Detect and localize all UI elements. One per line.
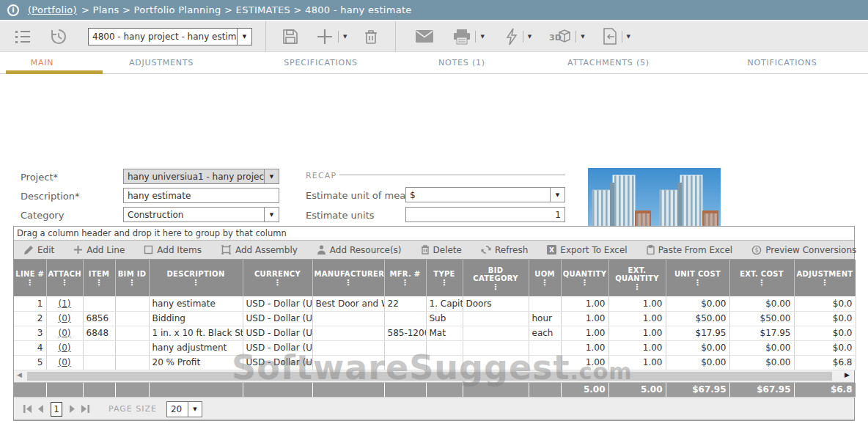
page-size-select[interactable]: 20 ▼ — [166, 401, 202, 417]
chevron-down-icon[interactable]: ▼ — [264, 169, 279, 183]
scroll-left-icon[interactable]: ◀ — [17, 371, 22, 378]
column-menu-icon[interactable]: ⋮ — [15, 280, 45, 286]
refresh-button[interactable]: Refresh — [471, 241, 537, 259]
export-to-excel-button[interactable]: XExport To Excel — [537, 241, 636, 259]
column-menu-icon[interactable]: ⋮ — [428, 280, 461, 286]
table-row[interactable]: 4(0)hany adjustmentUSD - Dollar (U1.001.… — [14, 340, 856, 355]
column-menu-icon[interactable]: ⋮ — [386, 280, 424, 286]
table-row[interactable]: 3(0)68481 in. x 10 ft. Black SteelUSD - … — [14, 326, 856, 340]
print-icon[interactable] — [453, 29, 471, 45]
chevron-down-icon[interactable]: ▼ — [581, 34, 584, 40]
group-by-bar[interactable]: Drag a column header and drop it here to… — [14, 227, 854, 241]
column-header-line[interactable]: LINE #⋮ — [14, 260, 46, 296]
chevron-down-icon[interactable]: ▼ — [264, 208, 279, 222]
lightning-icon[interactable] — [505, 28, 518, 45]
column-header-bid-category[interactable]: BID CATEGORY⋮ — [463, 260, 529, 296]
column-menu-icon[interactable]: ⋮ — [531, 280, 559, 286]
last-page-icon[interactable] — [80, 404, 90, 414]
scrollbar-thumb[interactable] — [27, 372, 832, 381]
chevron-down-icon[interactable]: ▼ — [528, 34, 532, 40]
column-menu-icon[interactable]: ⋮ — [117, 280, 147, 286]
tab-attachments-5[interactable]: ATTACHMENTS (5) — [521, 52, 696, 73]
breadcrumb-portfolio-link[interactable]: (Portfolio) — [28, 4, 77, 15]
column-header-type[interactable]: TYPE⋮ — [426, 260, 463, 296]
chevron-down-icon[interactable]: ▼ — [627, 34, 630, 40]
estimate-units-field[interactable] — [405, 207, 565, 222]
chevron-down-icon[interactable]: ▼ — [188, 402, 202, 417]
menu-list-icon[interactable] — [15, 29, 32, 45]
add-icon[interactable] — [316, 28, 334, 45]
column-header-ext-cost[interactable]: EXT. COST⋮ — [729, 260, 794, 296]
table-row[interactable]: 1(1)hany estimateUSD - Dollar (UBest Doo… — [14, 296, 856, 311]
attachments-link[interactable]: (0) — [46, 311, 83, 326]
attachments-link[interactable]: (0) — [46, 326, 83, 340]
add-line-button[interactable]: Add Line — [64, 241, 134, 259]
table-cell: $50.00 — [666, 311, 729, 326]
column-header-description[interactable]: DESCRIPTION⋮ — [149, 260, 243, 296]
attachments-link[interactable]: (1) — [46, 296, 83, 311]
column-menu-icon[interactable]: ⋮ — [611, 285, 664, 290]
scroll-right-icon[interactable]: ▶ — [845, 371, 850, 378]
tab-main[interactable]: MAIN — [0, 52, 84, 73]
column-menu-icon[interactable]: ⋮ — [245, 280, 311, 286]
horizontal-scrollbar[interactable]: ◀ ▶ — [14, 370, 854, 383]
column-header-item[interactable]: ITEM⋮ — [83, 260, 115, 296]
column-menu-icon[interactable]: ⋮ — [315, 280, 383, 286]
column-menu-icon[interactable]: ⋮ — [668, 280, 728, 286]
tab-specifications[interactable]: SPECIFICATIONS — [238, 52, 403, 73]
column-header-adjustment[interactable]: ADJUSTMENT⋮ — [794, 260, 856, 296]
prev-page-icon[interactable] — [37, 404, 45, 414]
next-page-icon[interactable] — [68, 404, 76, 414]
history-icon[interactable] — [50, 28, 67, 45]
export-icon[interactable] — [603, 28, 617, 45]
paste-from-excel-button[interactable]: Paste From Excel — [637, 241, 743, 259]
chevron-down-icon[interactable]: ▼ — [480, 34, 484, 40]
column-menu-icon[interactable]: ⋮ — [85, 280, 114, 286]
current-page[interactable]: 1 — [51, 402, 62, 417]
table-row[interactable]: 5(0)20 % ProfitUSD - Dollar (U1.001.00$0… — [14, 355, 856, 370]
tab-adjustments[interactable]: ADJUSTMENTS — [84, 52, 238, 73]
column-menu-icon[interactable]: ⋮ — [732, 280, 792, 286]
edit-button[interactable]: Edit — [14, 241, 64, 259]
table-row[interactable]: 2(0)6856BiddingUSD - Dollar (USubhour1.0… — [14, 311, 856, 326]
preview-conversions-button[interactable]: $Preview Conversions — [742, 241, 866, 259]
delete-icon[interactable] — [363, 29, 379, 45]
delete-button[interactable]: Delete — [411, 241, 471, 259]
attachments-link[interactable]: (0) — [46, 355, 83, 370]
column-header-attach[interactable]: ATTACH⋮ — [46, 260, 83, 296]
category-dropdown[interactable]: Construction ▼ — [123, 207, 279, 222]
chevron-down-icon[interactable]: ▼ — [550, 188, 564, 202]
column-menu-icon[interactable]: ⋮ — [48, 280, 81, 286]
column-header-ext-quantity[interactable]: EXT. QUANTITY⋮ — [608, 260, 666, 296]
column-header-manufacturer[interactable]: MANUFACTURER⋮ — [312, 260, 384, 296]
attachments-link[interactable]: (0) — [46, 340, 83, 355]
add-resource-s-button[interactable]: Add Resource(s) — [307, 241, 411, 259]
tab-notifications[interactable]: NOTIFICATIONS — [696, 52, 868, 73]
column-header-bim-id[interactable]: BIM ID⋮ — [115, 260, 149, 296]
column-header-currency[interactable]: CURRENCY⋮ — [243, 260, 312, 296]
project-dropdown[interactable]: hany universiua1 - hany project ▼ — [123, 169, 279, 184]
column-header-uom[interactable]: UOM⋮ — [529, 260, 561, 296]
total-cell: $67.95 — [666, 383, 729, 398]
chevron-down-icon[interactable]: ▼ — [343, 34, 347, 40]
first-page-icon[interactable] — [23, 404, 33, 414]
3d-icon[interactable]: 3D — [549, 28, 571, 45]
column-header-mfr[interactable]: MFR. #⋮ — [384, 260, 426, 296]
column-menu-icon[interactable]: ⋮ — [465, 285, 527, 290]
record-selector[interactable]: 4800 - hany project - hany estimate ▼ — [88, 28, 252, 45]
description-field[interactable] — [123, 188, 279, 203]
add-items-button[interactable]: Add Items — [134, 241, 211, 259]
column-header-quantity[interactable]: QUANTITY⋮ — [561, 260, 608, 296]
save-icon[interactable] — [282, 29, 298, 45]
table-cell: 4 — [14, 340, 46, 355]
column-menu-icon[interactable]: ⋮ — [151, 280, 241, 286]
uom-dropdown[interactable]: $ ▼ — [405, 187, 565, 202]
column-menu-icon[interactable]: ⋮ — [796, 280, 854, 286]
mail-icon[interactable] — [415, 29, 434, 43]
column-header-unit-cost[interactable]: UNIT COST⋮ — [666, 260, 729, 296]
column-menu-icon[interactable]: ⋮ — [563, 280, 607, 286]
add-assembly-button[interactable]: Add Assembly — [211, 241, 307, 259]
info-icon[interactable]: i — [7, 4, 19, 16]
chevron-down-icon[interactable]: ▼ — [237, 29, 251, 45]
tab-notes-1[interactable]: NOTES (1) — [403, 52, 521, 73]
